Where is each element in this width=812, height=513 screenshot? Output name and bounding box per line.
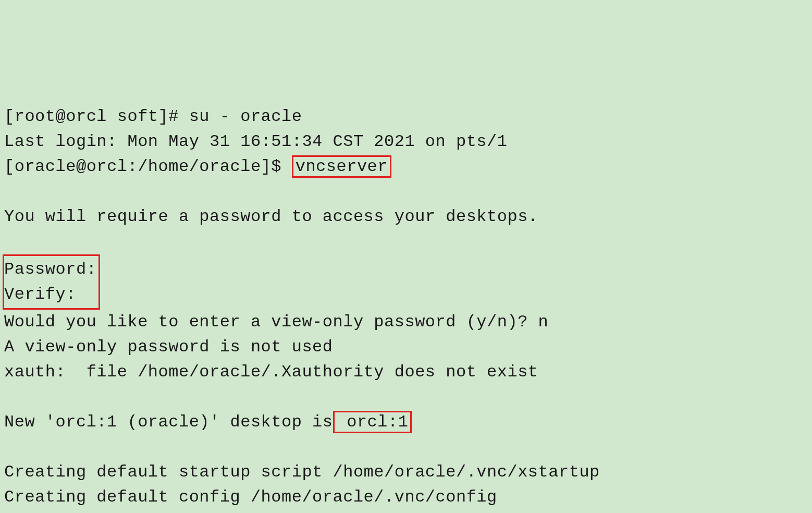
terminal-line2: Last login: Mon May 31 16:51:34 CST 2021…: [4, 129, 808, 154]
terminal-line3: [oracle@orcl:/home/oracle]$ vncserver: [4, 154, 808, 179]
command-vncserver[interactable]: vncserver: [292, 155, 391, 178]
password-prompt-box: Password:Verify:: [3, 254, 100, 310]
terminal-line10: A view-only password is not used: [4, 335, 808, 360]
terminal-line13: New 'orcl:1 (oracle)' desktop is orcl:1: [4, 410, 808, 435]
terminal-line-blank1: [4, 179, 808, 204]
terminal-line5: You will require a password to access yo…: [4, 204, 808, 229]
desktop-name: orcl:1: [333, 411, 412, 433]
terminal-line17: Starting applications specified in /home…: [4, 510, 808, 513]
terminal-output: [root@orcl soft]# su - oracleLast login:…: [4, 104, 808, 513]
prompt-root: [root@orcl soft]# su - oracle: [4, 107, 302, 126]
desktop-text: New 'orcl:1 (oracle)' desktop is: [4, 412, 333, 432]
terminal-line15: Creating default startup script /home/or…: [4, 460, 808, 485]
terminal-line16: Creating default config /home/oracle/.vn…: [4, 485, 808, 510]
terminal-line9: Would you like to enter a view-only pass…: [4, 310, 808, 335]
password-prompt[interactable]: Password:: [4, 257, 96, 282]
verify-prompt[interactable]: Verify:: [4, 282, 96, 307]
terminal-line11: xauth: file /home/oracle/.Xauthority doe…: [4, 360, 808, 385]
terminal-line-blank4: [4, 435, 808, 460]
terminal-line1: [root@orcl soft]# su - oracle: [4, 104, 808, 129]
terminal-line-blank3: [4, 385, 808, 410]
prompt-oracle: [oracle@orcl:/home/oracle]$: [4, 157, 281, 176]
terminal-line-blank2: [4, 229, 808, 254]
